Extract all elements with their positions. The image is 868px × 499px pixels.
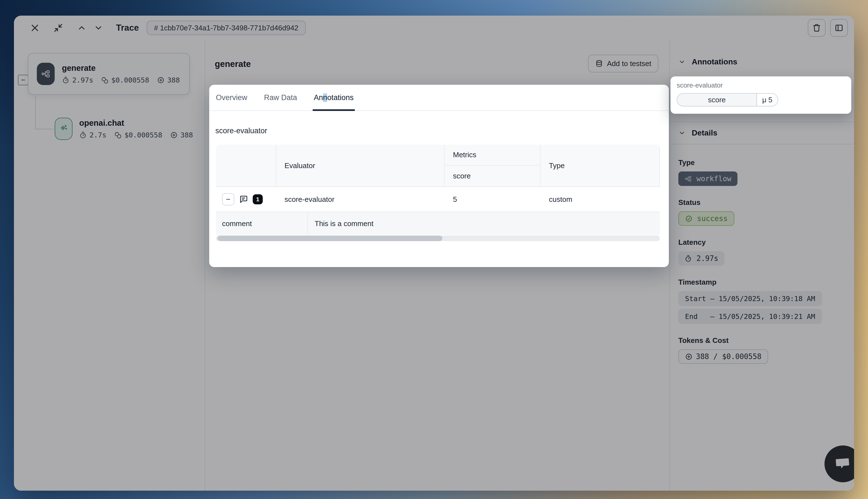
actions-column-header xyxy=(216,145,276,186)
collapse-row-button[interactable] xyxy=(222,193,234,205)
comment-count-badge: 1 xyxy=(253,194,263,204)
comment-icon[interactable] xyxy=(239,195,248,204)
metrics-header-label: Metrics xyxy=(445,145,540,166)
horizontal-scrollbar[interactable] xyxy=(216,235,660,241)
metrics-column-header: Metrics score xyxy=(445,145,541,186)
evaluator-section-title: score-evaluator xyxy=(215,126,669,135)
scrollbar-thumb[interactable] xyxy=(218,235,442,241)
type-column-header: Type xyxy=(541,145,660,186)
evaluator-cell: score-evaluator xyxy=(276,187,445,211)
table-header: Evaluator Metrics score Type xyxy=(216,145,660,187)
comment-row: comment This is a comment xyxy=(216,211,660,235)
trace-viewer-window: Trace # 1cbb70e7-34a1-7bb7-3498-771b7d46… xyxy=(14,16,854,491)
metric-name: score xyxy=(677,94,757,106)
type-cell: custom xyxy=(541,187,660,211)
annotation-evaluator-label: score-evaluator xyxy=(677,82,845,89)
desktop-background: { "window": { "title": "Trace", "trace_i… xyxy=(0,0,868,499)
annotations-table: Evaluator Metrics score Type 1 sc xyxy=(216,145,660,241)
evaluator-column-header: Evaluator xyxy=(276,145,445,186)
score-cell: 5 xyxy=(445,187,541,211)
tab-annotations[interactable]: Annotations xyxy=(313,85,355,110)
row-actions: 1 xyxy=(216,187,276,211)
score-metric-pill[interactable]: score μ 5 xyxy=(677,93,778,107)
comment-value-cell: This is a comment xyxy=(308,212,660,235)
metric-name-label: score xyxy=(445,166,540,186)
table-row[interactable]: 1 score-evaluator 5 custom xyxy=(216,187,660,211)
tab-raw-data[interactable]: Raw Data xyxy=(263,85,299,110)
comment-key-cell: comment xyxy=(216,212,308,235)
metric-mean-value: μ 5 xyxy=(757,94,777,106)
annotation-summary-card: score-evaluator score μ 5 xyxy=(671,76,851,114)
tab-bar: Overview Raw Data Annotations xyxy=(209,85,669,111)
span-detail-panel: Overview Raw Data Annotations score-eval… xyxy=(209,85,669,267)
minus-icon xyxy=(225,196,231,203)
tab-overview[interactable]: Overview xyxy=(215,85,249,110)
text-selection: n xyxy=(323,93,327,102)
